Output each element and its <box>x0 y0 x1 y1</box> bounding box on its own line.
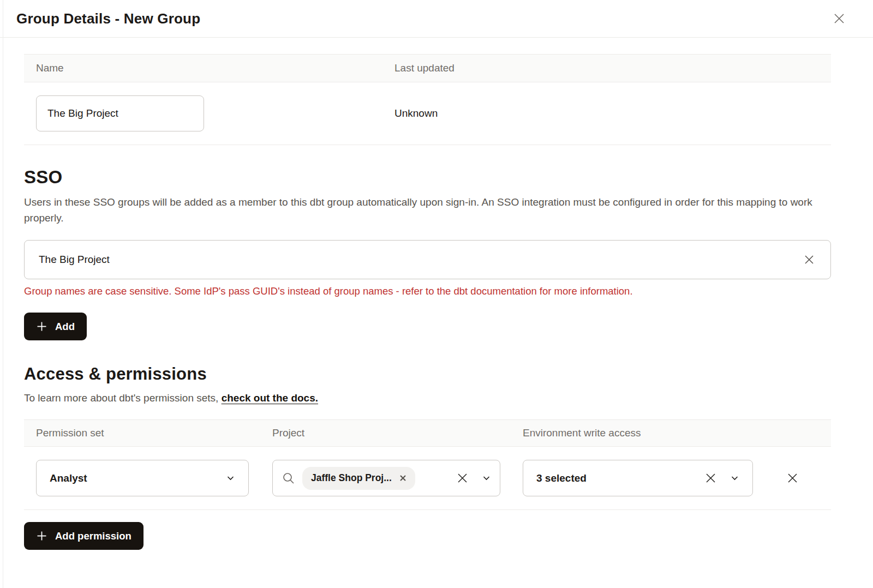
modal-header: Group Details - New Group <box>0 0 873 38</box>
add-permission-button[interactable]: Add permission <box>24 522 143 550</box>
environment-selected-value: 3 selected <box>536 472 587 484</box>
project-tag[interactable]: Jaffle Shop Proj... <box>302 467 415 490</box>
sso-error-text: Group names are case sensitive. Some IdP… <box>24 285 831 297</box>
sso-group-value: The Big Project <box>39 254 110 266</box>
panel-left-edge <box>3 0 3 588</box>
access-permissions-section: Access & permissions To learn more about… <box>24 364 831 550</box>
last-updated-value: Unknown <box>394 107 831 119</box>
permissions-table-header: Permission set Project Environment write… <box>24 419 831 447</box>
project-tag-label: Jaffle Shop Proj... <box>311 472 392 484</box>
group-name-table: Name Last updated Unknown <box>24 54 831 145</box>
clear-x-icon[interactable] <box>455 471 470 485</box>
search-icon <box>282 471 296 485</box>
add-button-label: Add <box>55 321 75 333</box>
sso-heading: SSO <box>24 167 831 188</box>
access-description: To learn more about dbt's permission set… <box>24 392 831 404</box>
column-header-project: Project <box>272 427 523 439</box>
chevron-down-icon <box>226 473 235 483</box>
chevron-down-icon[interactable] <box>482 473 491 483</box>
permission-row: Analyst <box>24 447 831 510</box>
add-button[interactable]: Add <box>24 313 87 340</box>
environment-select-controls <box>703 471 739 485</box>
project-multiselect[interactable]: Jaffle Shop Proj... <box>272 460 500 496</box>
access-description-text: To learn more about dbt's permission set… <box>24 392 222 404</box>
permission-set-value: Analyst <box>50 472 87 484</box>
clear-x-icon[interactable] <box>802 253 816 267</box>
plus-icon <box>36 530 47 542</box>
table-row: Unknown <box>24 82 831 145</box>
column-header-last-updated: Last updated <box>394 62 831 74</box>
plus-icon <box>36 321 47 332</box>
remove-row-cell <box>754 471 831 485</box>
add-permission-button-label: Add permission <box>55 530 131 542</box>
name-cell <box>24 95 394 131</box>
docs-link[interactable]: check out the docs. <box>222 392 318 404</box>
permission-set-cell: Analyst <box>36 460 272 496</box>
close-icon[interactable] <box>832 11 847 26</box>
sso-section: SSO Users in these SSO groups will be ad… <box>24 167 831 340</box>
sso-group-input[interactable]: The Big Project <box>24 240 831 279</box>
remove-permission-row-icon[interactable] <box>785 471 800 485</box>
column-header-permission-set: Permission set <box>36 427 272 439</box>
tag-remove-icon[interactable] <box>399 475 406 482</box>
clear-x-icon[interactable] <box>703 471 718 485</box>
permissions-table: Permission set Project Environment write… <box>24 419 831 510</box>
column-header-environment-write-access: Environment write access <box>523 427 754 439</box>
page-title: Group Details - New Group <box>16 10 200 27</box>
chevron-down-icon[interactable] <box>730 473 739 483</box>
sso-description: Users in these SSO groups will be added … <box>24 194 827 226</box>
access-permissions-heading: Access & permissions <box>24 364 831 384</box>
modal-content: Name Last updated Unknown SSO Users in t… <box>24 54 831 550</box>
group-name-input[interactable] <box>36 95 204 131</box>
project-cell: Jaffle Shop Proj... <box>272 460 523 496</box>
project-select-controls <box>455 471 491 485</box>
environment-write-access-cell: 3 selected <box>523 460 754 496</box>
permission-set-select[interactable]: Analyst <box>36 460 249 496</box>
column-header-name: Name <box>24 62 394 74</box>
group-name-table-header: Name Last updated <box>24 54 831 82</box>
environment-select[interactable]: 3 selected <box>523 460 753 496</box>
